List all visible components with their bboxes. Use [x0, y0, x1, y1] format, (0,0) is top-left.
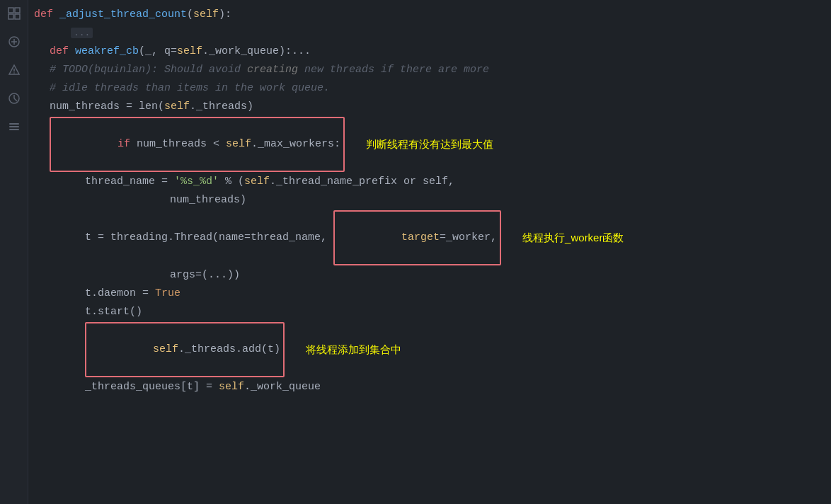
comment-1: # TODO(bquinlan): Should avoid creating …: [50, 64, 489, 76]
code-line-1: def _adjust_thread_count(self):: [28, 6, 831, 24]
svg-rect-1: [15, 8, 20, 13]
fn-name-1: _adjust_thread_count: [59, 8, 187, 21]
param-self-7: self: [226, 138, 251, 150]
annotation-add-thread: 将线程添加到集合中: [306, 341, 401, 358]
code-line-5: # idle threads than items in the work qu…: [28, 79, 831, 98]
param-target: target: [401, 231, 440, 244]
param-self-1: self: [193, 8, 219, 21]
param-self-8: self: [244, 176, 270, 188]
annotation-worker: 线程执行_worker函数: [522, 229, 624, 246]
code-line-3: def weakref_cb(_, q=self._work_queue):..…: [28, 42, 831, 61]
svg-rect-3: [15, 14, 20, 19]
svg-rect-15: [9, 129, 19, 130]
svg-rect-13: [9, 123, 19, 125]
code-line-6: num_threads = len(self._threads): [28, 98, 831, 116]
highlighted-add-block: self._threads.add(t): [85, 322, 285, 377]
sidebar-icon-3[interactable]: [6, 62, 22, 78]
line-content-2: ...: [28, 25, 831, 42]
sidebar-icon-4[interactable]: [6, 91, 22, 106]
line-content-8: thread_name = '%s_%d' % (self._thread_na…: [28, 173, 831, 190]
str-format: '%s_%d': [174, 176, 219, 188]
svg-line-12: [14, 98, 17, 101]
code-line-7: if num_threads < self._max_workers: 判断线程…: [28, 116, 831, 173]
code-line-8: thread_name = '%s_%d' % (self._thread_na…: [28, 173, 831, 191]
line-content-3: def weakref_cb(_, q=self._work_queue):..…: [28, 43, 831, 60]
line-content-9: num_threads): [28, 192, 831, 209]
kw-def-2: def: [50, 45, 75, 57]
line-content-14: self._threads.add(t) 将线程添加到集合中: [28, 322, 831, 377]
code-area: def _adjust_thread_count(self): ... def …: [28, 0, 831, 504]
code-line-2: ...: [28, 24, 831, 42]
param-self-3: self: [177, 45, 202, 57]
code-line-14: self._threads.add(t) 将线程添加到集合中: [28, 321, 831, 378]
svg-point-9: [13, 72, 15, 74]
svg-rect-0: [8, 8, 13, 13]
line-content-10: t = threading.Thread(name=thread_name, t…: [28, 210, 831, 265]
fn-weakref: weakref_cb: [75, 45, 139, 57]
line-content-15: _threads_queues[t] = self._work_queue: [28, 379, 831, 396]
code-line-11: args=(...)): [28, 266, 831, 285]
highlighted-target-block: target=_worker,: [333, 210, 501, 265]
collapsed-indicator-1: ...: [71, 28, 93, 38]
line-content-6: num_threads = len(self._threads): [28, 98, 831, 115]
svg-rect-14: [9, 126, 19, 127]
line-content-4: # TODO(bquinlan): Should avoid creating …: [28, 62, 831, 79]
annotation-max-workers: 判断线程有没有达到最大值: [366, 136, 493, 153]
code-line-10: t = threading.Thread(name=thread_name, t…: [28, 210, 831, 266]
editor-container: def _adjust_thread_count(self): ... def …: [0, 0, 831, 504]
line-content-7: if num_threads < self._max_workers: 判断线程…: [28, 117, 831, 172]
kw-if: if: [118, 138, 137, 150]
line-content-5: # idle threads than items in the work qu…: [28, 80, 831, 97]
code-line-12: t.daemon = True: [28, 285, 831, 303]
code-line-15: _threads_queues[t] = self._work_queue: [28, 378, 831, 396]
line-content-11: args=(...)): [28, 267, 831, 284]
param-self-15: self: [219, 381, 244, 393]
sidebar: [0, 0, 28, 504]
line-content-12: t.daemon = True: [28, 285, 831, 302]
svg-rect-2: [8, 14, 13, 19]
line-content-13: t.start(): [28, 304, 831, 321]
code-line-13: t.start(): [28, 303, 831, 321]
sidebar-icon-5[interactable]: [6, 119, 22, 134]
param-self-14: self: [153, 343, 178, 355]
comment-2: # idle threads than items in the work qu…: [50, 82, 330, 94]
param-self-6: self: [164, 101, 190, 113]
code-line-9: num_threads): [28, 191, 831, 210]
sidebar-icon-1[interactable]: [6, 6, 22, 21]
highlighted-if-block: if num_threads < self._max_workers:: [50, 117, 345, 172]
line-content-1: def _adjust_thread_count(self):: [28, 6, 831, 23]
sidebar-icon-2[interactable]: [6, 34, 22, 50]
kw-true: True: [155, 287, 180, 299]
kw-def-1: def: [34, 8, 59, 21]
code-line-4: # TODO(bquinlan): Should avoid creating …: [28, 61, 831, 79]
